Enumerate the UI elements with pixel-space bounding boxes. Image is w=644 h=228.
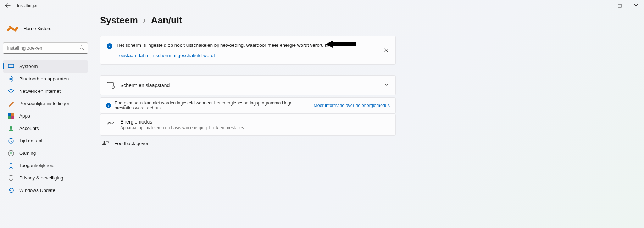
sidebar-item-label: Persoonlijke instellingen [19, 101, 71, 106]
brush-icon [8, 101, 14, 107]
sidebar-item-apps[interactable]: Apps [3, 110, 88, 122]
main-content: Systeem › Aan/uit i Het scherm is ingest… [91, 11, 410, 228]
info-banner-text: Het scherm is ingesteld op nooit uitscha… [117, 42, 389, 48]
search-wrap [3, 42, 88, 54]
wifi-icon [8, 88, 14, 95]
sidebar-item-accounts[interactable]: Accounts [3, 122, 88, 135]
chevron-down-icon [384, 82, 389, 89]
sidebar-item-bluetooth[interactable]: Bluetooth en apparaten [3, 73, 88, 85]
sidebar-item-label: Privacy & beveiliging [19, 175, 63, 181]
sidebar-item-netwerk[interactable]: Netwerk en internet [3, 85, 88, 97]
avatar [6, 23, 19, 33]
search-input[interactable] [3, 42, 88, 54]
feedback-icon [102, 141, 109, 146]
svg-point-24 [104, 141, 105, 143]
sidebar-item-label: Gaming [19, 150, 36, 156]
clock-globe-icon [8, 138, 14, 144]
sidebar-item-label: Apps [19, 113, 30, 119]
page-title: Aan/uit [151, 15, 182, 26]
svg-point-15 [10, 126, 12, 128]
energy-mode-subtitle: Apparaat optimaliseren op basis van ener… [120, 125, 244, 130]
window-controls [595, 0, 644, 11]
info-icon: i [106, 103, 111, 108]
close-icon[interactable] [382, 46, 390, 55]
feedback-label: Feedback geven [114, 141, 150, 146]
sidebar-item-label: Accounts [19, 126, 39, 131]
update-icon [8, 187, 14, 194]
back-button[interactable] [5, 3, 11, 9]
sidebar-item-windows-update[interactable]: Windows Update [3, 184, 88, 196]
svg-point-6 [80, 46, 83, 49]
apps-icon [8, 113, 14, 119]
shield-icon [8, 175, 14, 181]
gaming-icon [8, 150, 14, 156]
maximize-button[interactable] [611, 0, 628, 11]
svg-point-4 [9, 26, 11, 28]
energy-mode-title: Energiemodus [120, 119, 244, 125]
screen-sleep-icon [107, 81, 115, 89]
svg-line-7 [83, 49, 84, 50]
sidebar-item-privacy[interactable]: Privacy & beveiliging [3, 172, 88, 184]
svg-rect-1 [618, 4, 621, 7]
info-banner-link[interactable]: Toestaan dat mijn scherm uitgeschakeld w… [117, 53, 389, 58]
svg-point-23 [112, 86, 114, 88]
info-banner: i Het scherm is ingesteld op nooit uitsc… [100, 36, 396, 65]
svg-rect-25 [106, 141, 108, 143]
svg-rect-14 [11, 116, 14, 119]
energy-warning-strip: i Energiemodus kan niet worden ingesteld… [100, 97, 396, 114]
user-name: Harrie Kisters [23, 26, 51, 31]
setting-label: Scherm en slaapstand [120, 82, 378, 88]
svg-rect-13 [8, 116, 11, 119]
svg-point-5 [15, 30, 17, 32]
sidebar-item-tijd-taal[interactable]: Tijd en taal [3, 135, 88, 147]
user-tile[interactable]: Harrie Kisters [3, 19, 88, 38]
energy-mode-icon [107, 120, 115, 126]
nav-list: Systeem Bluetooth en apparaten Netwerk e… [3, 60, 88, 196]
setting-energiemodus: Energiemodus Apparaat optimaliseren op b… [100, 114, 396, 136]
info-icon: i [107, 43, 112, 49]
sidebar-item-toegankelijkheid[interactable]: Toegankelijkheid [3, 159, 88, 172]
close-button[interactable] [628, 0, 644, 11]
setting-scherm-slaapstand[interactable]: Scherm en slaapstand [100, 75, 396, 95]
feedback-link[interactable]: Feedback geven [100, 137, 396, 150]
person-icon [8, 125, 14, 132]
sidebar-item-systeem[interactable]: Systeem [3, 60, 88, 73]
warning-text: Energiemodus kan niet worden ingesteld w… [115, 101, 310, 110]
sidebar-item-label: Toegankelijkheid [19, 163, 55, 168]
header-row: Instellingen [0, 0, 644, 11]
sidebar-item-label: Windows Update [19, 188, 55, 193]
sidebar-item-label: Systeem [19, 64, 38, 69]
accessibility-icon [8, 163, 14, 169]
warning-link[interactable]: Meer informatie over de energiemodus [313, 103, 390, 108]
svg-rect-12 [11, 113, 14, 116]
sidebar-item-persoonlijk[interactable]: Persoonlijke instellingen [3, 97, 88, 110]
svg-point-10 [10, 92, 11, 93]
breadcrumb-separator: › [143, 15, 146, 26]
bluetooth-icon [8, 76, 14, 82]
svg-rect-9 [8, 67, 14, 68]
breadcrumb: Systeem › Aan/uit [100, 15, 396, 26]
breadcrumb-parent[interactable]: Systeem [100, 15, 138, 26]
sidebar: Harrie Kisters Systeem Bluetooth en appa… [0, 11, 91, 228]
search-icon [79, 45, 84, 51]
sidebar-item-gaming[interactable]: Gaming [3, 147, 88, 159]
svg-rect-11 [8, 113, 11, 116]
minimize-button[interactable] [595, 0, 611, 11]
svg-point-18 [10, 163, 12, 164]
app-title: Instellingen [17, 3, 39, 8]
sidebar-item-label: Netwerk en internet [19, 89, 61, 94]
system-icon [8, 63, 14, 70]
sidebar-item-label: Bluetooth en apparaten [19, 76, 69, 81]
sidebar-item-label: Tijd en taal [19, 138, 43, 143]
